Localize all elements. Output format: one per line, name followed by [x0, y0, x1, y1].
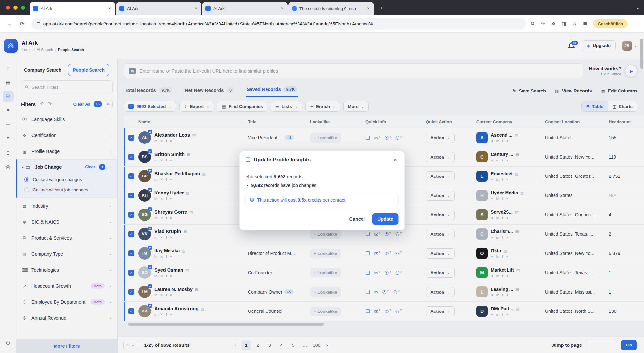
tab-close-icon[interactable]: ✕: [366, 6, 371, 11]
browser-tab[interactable]: AI Ark ✕: [30, 2, 115, 15]
selected-records-line: You selected 9,692 records.: [246, 174, 399, 179]
tab-favicon-icon: [292, 6, 297, 11]
modal-title: Update Profile Insights: [254, 157, 389, 163]
extensions-icon[interactable]: ❖: [551, 21, 556, 27]
tab-title: AI Ark: [127, 6, 191, 11]
toolbar-actions: ⚲ ☆ ❖ ◨ ⇩ ≣ Geschäftlich ⋮: [531, 19, 639, 28]
tab-favicon-icon: [119, 6, 124, 11]
close-icon[interactable]: ✕: [392, 157, 399, 163]
browser-tab[interactable]: The search is returning 0 resu ✕: [288, 2, 374, 15]
tab-close-icon[interactable]: ✕: [194, 6, 198, 11]
tab-title: The search is returning 0 resu: [299, 6, 363, 11]
credit-cost-notice: ⛁ This action will cost 0.5x credits per…: [246, 193, 399, 207]
coins-icon: ⛁: [250, 197, 254, 203]
job-changes-line: • 9,692 records have job changes.: [247, 183, 399, 188]
downloads-icon[interactable]: ⇩: [572, 21, 577, 27]
back-button[interactable]: ←: [5, 20, 13, 27]
browser-window: AI Ark ✕ AI Ark ✕ AI Ark ✕ The s: [0, 0, 644, 353]
new-tab-button[interactable]: +: [377, 4, 386, 13]
tab-favicon-icon: [33, 6, 38, 11]
browser-toolbar: ← ⟳ ☰ app.ai-ark.com/search/people?conta…: [0, 15, 644, 33]
site-settings-icon[interactable]: ☰: [37, 22, 40, 26]
tab-title: AI Ark: [213, 6, 277, 11]
maximize-window-button[interactable]: [21, 6, 25, 10]
browser-tab[interactable]: AI Ark ✕: [116, 2, 201, 15]
close-window-button[interactable]: [6, 6, 10, 10]
reading-list-icon[interactable]: ≣: [583, 21, 587, 27]
window-controls: [3, 0, 30, 15]
update-profile-insights-modal: ❏ Update Profile Insights ✕ You selected…: [240, 151, 405, 230]
browser-menu-icon[interactable]: ⋮: [634, 21, 639, 27]
browser-tab[interactable]: AI Ark ✕: [202, 2, 288, 15]
side-panel-icon[interactable]: ◨: [562, 21, 567, 27]
address-bar[interactable]: ☰ app.ai-ark.com/search/people?contact_i…: [31, 18, 526, 30]
browser-tabstrip: AI Ark ✕ AI Ark ✕ AI Ark ✕ The s: [0, 0, 644, 15]
tab-title: AI Ark: [41, 6, 105, 11]
minimize-window-button[interactable]: [13, 6, 18, 10]
tab-close-icon[interactable]: ✕: [107, 6, 112, 11]
modal-backdrop: ❏ Update Profile Insights ✕ You selected…: [0, 33, 644, 353]
reload-button[interactable]: ⟳: [18, 20, 26, 27]
zoom-icon[interactable]: ⚲: [529, 20, 537, 27]
tab-favicon-icon: [205, 6, 211, 11]
bookmark-star-icon[interactable]: ☆: [540, 21, 545, 27]
url-text[interactable]: app.ai-ark.com/search/people?contact_inc…: [43, 21, 377, 26]
update-button[interactable]: Update: [372, 213, 398, 225]
cancel-button[interactable]: Cancel: [349, 216, 365, 222]
tab-search-icon[interactable]: ⌄: [636, 6, 640, 10]
browser-profile-chip[interactable]: Geschäftlich: [593, 19, 628, 28]
tab-close-icon[interactable]: ✕: [280, 6, 284, 11]
browser-tabs: AI Ark ✕ AI Ark ✕ AI Ark ✕ The s: [30, 0, 375, 15]
bullet-icon: •: [247, 183, 249, 188]
profile-insights-icon: ❏: [246, 156, 250, 163]
